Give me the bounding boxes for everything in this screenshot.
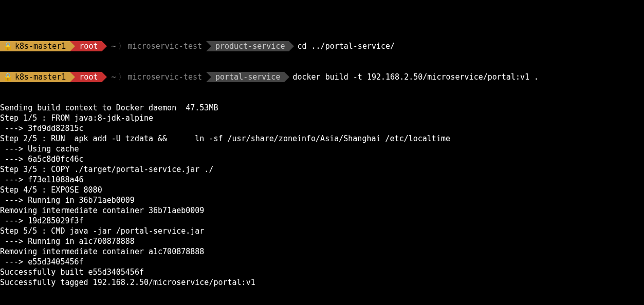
output-line: Step 2/5 : RUN apk add -U tzdata && ln -… [0,134,644,144]
prompt-host: 🔒k8s-master1 [0,41,70,51]
output-line: Step 5/5 : CMD java -jar /portal-service… [0,226,644,236]
output-line: ---> Running in 36b71aeb0009 [0,195,644,205]
prompt-dir: portal-service [206,72,284,82]
prompt-line-1[interactable]: 🔒k8s-master1 root ~〉microservic-test pro… [0,41,644,51]
output-line: ---> Running in a1c700878888 [0,236,644,246]
output-line: Step 3/5 : COPY ./target/portal-service.… [0,164,644,175]
output-line: Successfully tagged 192.168.2.50/microse… [0,277,644,288]
lock-icon: 🔒 [3,72,13,82]
output-line: Removing intermediate container a1c70087… [0,246,644,257]
build-output: Sending build context to Docker daemon 4… [0,103,644,288]
prompt-dir: product-service [206,41,289,51]
output-line: Step 1/5 : FROM java:8-jdk-alpine [0,113,644,123]
output-line: ---> 3fd9dd82815c [0,123,644,134]
prompt-line-2[interactable]: 🔒k8s-master1 root ~〉microservic-test por… [0,72,644,82]
output-line: ---> Using cache [0,144,644,154]
command-text: docker build -t 192.168.2.50/microservic… [284,72,539,82]
prompt-host: 🔒k8s-master1 [0,72,70,82]
output-line: ---> f73e11088a46 [0,175,644,185]
command-text: cd ../portal-service/ [289,41,395,51]
output-line: ---> 19d285029f3f [0,216,644,226]
output-line: Sending build context to Docker daemon 4… [0,103,644,113]
output-line: Successfully built e55d3405456f [0,267,644,277]
output-line: ---> e55d3405456f [0,257,644,267]
prompt-path: ~〉microservic-test [102,41,206,51]
prompt-path: ~〉microservic-test [102,72,206,82]
lock-icon: 🔒 [3,41,13,51]
output-line: Step 4/5 : EXPOSE 8080 [0,185,644,195]
output-line: ---> 6a5c8d0fc46c [0,154,644,164]
output-line: Removing intermediate container 36b71aeb… [0,205,644,216]
